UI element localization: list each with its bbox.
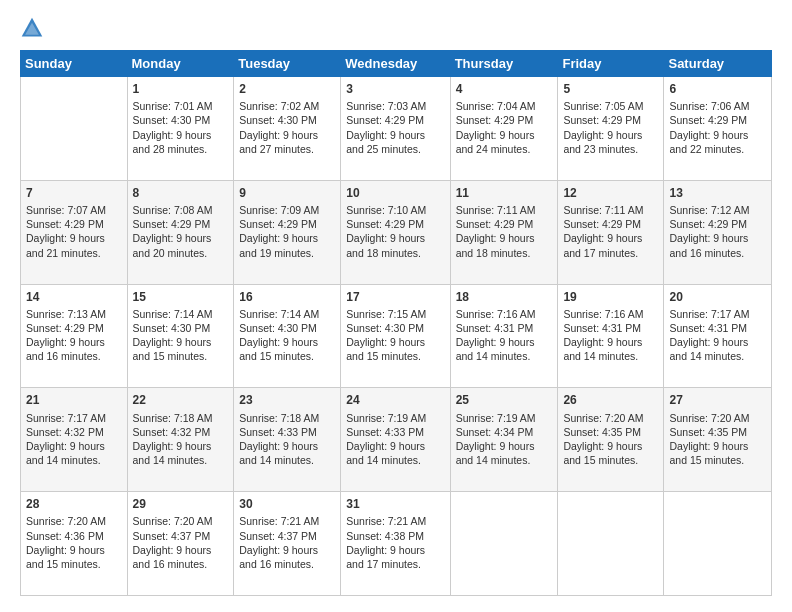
calendar-cell: 25Sunrise: 7:19 AMSunset: 4:34 PMDayligh…	[450, 388, 558, 492]
day-number: 28	[26, 496, 122, 512]
header-monday: Monday	[127, 51, 234, 77]
day-number: 29	[133, 496, 229, 512]
day-number: 17	[346, 289, 444, 305]
sunrise-text: Sunrise: 7:04 AM	[456, 100, 536, 112]
daylight-text2: and 15 minutes.	[239, 350, 314, 362]
day-info: Sunrise: 7:20 AMSunset: 4:35 PMDaylight:…	[669, 411, 766, 468]
calendar-cell: 21Sunrise: 7:17 AMSunset: 4:32 PMDayligh…	[21, 388, 128, 492]
day-info: Sunrise: 7:03 AMSunset: 4:29 PMDaylight:…	[346, 99, 444, 156]
daylight-text: Daylight: 9 hours	[346, 129, 425, 141]
day-info: Sunrise: 7:14 AMSunset: 4:30 PMDaylight:…	[239, 307, 335, 364]
daylight-text2: and 17 minutes.	[346, 558, 421, 570]
calendar-cell	[558, 492, 664, 596]
day-info: Sunrise: 7:07 AMSunset: 4:29 PMDaylight:…	[26, 203, 122, 260]
sunrise-text: Sunrise: 7:21 AM	[239, 515, 319, 527]
sunset-text: Sunset: 4:29 PM	[346, 218, 424, 230]
daylight-text2: and 15 minutes.	[563, 454, 638, 466]
calendar-cell: 3Sunrise: 7:03 AMSunset: 4:29 PMDaylight…	[341, 77, 450, 181]
logo-icon	[20, 16, 44, 40]
sunrise-text: Sunrise: 7:01 AM	[133, 100, 213, 112]
day-number: 15	[133, 289, 229, 305]
calendar-cell: 12Sunrise: 7:11 AMSunset: 4:29 PMDayligh…	[558, 180, 664, 284]
calendar-cell: 28Sunrise: 7:20 AMSunset: 4:36 PMDayligh…	[21, 492, 128, 596]
daylight-text: Daylight: 9 hours	[563, 232, 642, 244]
day-info: Sunrise: 7:12 AMSunset: 4:29 PMDaylight:…	[669, 203, 766, 260]
daylight-text2: and 15 minutes.	[26, 558, 101, 570]
daylight-text2: and 14 minutes.	[669, 350, 744, 362]
daylight-text2: and 25 minutes.	[346, 143, 421, 155]
calendar-cell: 6Sunrise: 7:06 AMSunset: 4:29 PMDaylight…	[664, 77, 772, 181]
daylight-text2: and 15 minutes.	[669, 454, 744, 466]
day-number: 14	[26, 289, 122, 305]
day-info: Sunrise: 7:15 AMSunset: 4:30 PMDaylight:…	[346, 307, 444, 364]
sunrise-text: Sunrise: 7:13 AM	[26, 308, 106, 320]
day-number: 24	[346, 392, 444, 408]
daylight-text: Daylight: 9 hours	[239, 440, 318, 452]
day-number: 8	[133, 185, 229, 201]
sunset-text: Sunset: 4:34 PM	[456, 426, 534, 438]
header-tuesday: Tuesday	[234, 51, 341, 77]
daylight-text: Daylight: 9 hours	[346, 232, 425, 244]
daylight-text: Daylight: 9 hours	[563, 440, 642, 452]
header	[20, 16, 772, 40]
sunrise-text: Sunrise: 7:16 AM	[456, 308, 536, 320]
daylight-text2: and 18 minutes.	[346, 247, 421, 259]
sunrise-text: Sunrise: 7:18 AM	[133, 412, 213, 424]
daylight-text2: and 21 minutes.	[26, 247, 101, 259]
day-number: 9	[239, 185, 335, 201]
sunrise-text: Sunrise: 7:12 AM	[669, 204, 749, 216]
sunset-text: Sunset: 4:29 PM	[26, 218, 104, 230]
sunset-text: Sunset: 4:30 PM	[239, 114, 317, 126]
daylight-text2: and 14 minutes.	[239, 454, 314, 466]
calendar-cell: 10Sunrise: 7:10 AMSunset: 4:29 PMDayligh…	[341, 180, 450, 284]
daylight-text: Daylight: 9 hours	[239, 544, 318, 556]
daylight-text: Daylight: 9 hours	[456, 440, 535, 452]
logo	[20, 16, 48, 40]
sunset-text: Sunset: 4:36 PM	[26, 530, 104, 542]
daylight-text: Daylight: 9 hours	[239, 336, 318, 348]
daylight-text: Daylight: 9 hours	[669, 129, 748, 141]
sunrise-text: Sunrise: 7:09 AM	[239, 204, 319, 216]
daylight-text: Daylight: 9 hours	[563, 129, 642, 141]
daylight-text2: and 16 minutes.	[133, 558, 208, 570]
sunset-text: Sunset: 4:35 PM	[669, 426, 747, 438]
sunset-text: Sunset: 4:29 PM	[456, 114, 534, 126]
day-info: Sunrise: 7:09 AMSunset: 4:29 PMDaylight:…	[239, 203, 335, 260]
daylight-text: Daylight: 9 hours	[669, 440, 748, 452]
daylight-text: Daylight: 9 hours	[26, 440, 105, 452]
day-info: Sunrise: 7:06 AMSunset: 4:29 PMDaylight:…	[669, 99, 766, 156]
day-number: 18	[456, 289, 553, 305]
sunset-text: Sunset: 4:33 PM	[346, 426, 424, 438]
sunset-text: Sunset: 4:29 PM	[239, 218, 317, 230]
sunrise-text: Sunrise: 7:21 AM	[346, 515, 426, 527]
sunrise-text: Sunrise: 7:16 AM	[563, 308, 643, 320]
daylight-text2: and 16 minutes.	[239, 558, 314, 570]
sunset-text: Sunset: 4:29 PM	[133, 218, 211, 230]
sunrise-text: Sunrise: 7:10 AM	[346, 204, 426, 216]
sunset-text: Sunset: 4:29 PM	[669, 218, 747, 230]
sunrise-text: Sunrise: 7:03 AM	[346, 100, 426, 112]
sunrise-text: Sunrise: 7:18 AM	[239, 412, 319, 424]
sunrise-text: Sunrise: 7:14 AM	[133, 308, 213, 320]
day-info: Sunrise: 7:14 AMSunset: 4:30 PMDaylight:…	[133, 307, 229, 364]
sunset-text: Sunset: 4:38 PM	[346, 530, 424, 542]
day-info: Sunrise: 7:13 AMSunset: 4:29 PMDaylight:…	[26, 307, 122, 364]
sunrise-text: Sunrise: 7:14 AM	[239, 308, 319, 320]
sunset-text: Sunset: 4:30 PM	[133, 114, 211, 126]
day-number: 25	[456, 392, 553, 408]
calendar-week-row: 21Sunrise: 7:17 AMSunset: 4:32 PMDayligh…	[21, 388, 772, 492]
calendar-cell	[664, 492, 772, 596]
daylight-text: Daylight: 9 hours	[346, 544, 425, 556]
day-info: Sunrise: 7:10 AMSunset: 4:29 PMDaylight:…	[346, 203, 444, 260]
sunrise-text: Sunrise: 7:05 AM	[563, 100, 643, 112]
calendar-cell: 4Sunrise: 7:04 AMSunset: 4:29 PMDaylight…	[450, 77, 558, 181]
sunset-text: Sunset: 4:30 PM	[346, 322, 424, 334]
sunset-text: Sunset: 4:33 PM	[239, 426, 317, 438]
sunrise-text: Sunrise: 7:20 AM	[26, 515, 106, 527]
day-info: Sunrise: 7:04 AMSunset: 4:29 PMDaylight:…	[456, 99, 553, 156]
daylight-text: Daylight: 9 hours	[239, 232, 318, 244]
day-number: 3	[346, 81, 444, 97]
daylight-text2: and 16 minutes.	[669, 247, 744, 259]
calendar-cell	[21, 77, 128, 181]
sunrise-text: Sunrise: 7:17 AM	[669, 308, 749, 320]
